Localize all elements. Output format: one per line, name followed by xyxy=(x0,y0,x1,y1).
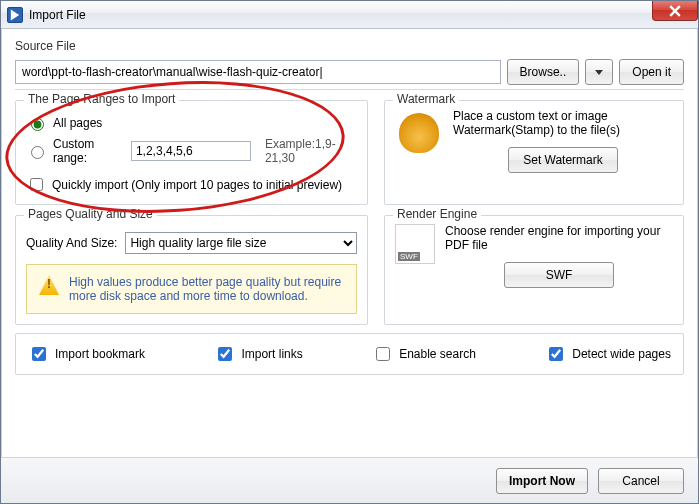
quality-info-text: High values produce better page quality … xyxy=(69,275,344,303)
custom-range-radio[interactable] xyxy=(31,146,44,159)
quality-panel: Pages Quality and Size Quality And Size:… xyxy=(15,215,368,325)
set-watermark-button[interactable]: Set Watermark xyxy=(508,147,618,173)
import-bookmark-option[interactable]: Import bookmark xyxy=(28,344,145,364)
open-it-button[interactable]: Open it xyxy=(619,59,684,85)
quality-title: Pages Quality and Size xyxy=(24,207,157,221)
browse-button[interactable]: Browse.. xyxy=(507,59,580,85)
titlebar: Import File xyxy=(1,1,698,29)
import-file-dialog: Import File Source File Browse.. Open it… xyxy=(0,0,699,504)
watermark-panel: Watermark Place a custom text or image W… xyxy=(384,100,684,205)
watermark-title: Watermark xyxy=(393,92,459,106)
enable-search-checkbox[interactable] xyxy=(376,347,390,361)
dialog-footer: Import Now Cancel xyxy=(1,457,698,503)
detect-wide-option[interactable]: Detect wide pages xyxy=(545,344,671,364)
divider xyxy=(15,89,684,90)
detect-wide-checkbox[interactable] xyxy=(549,347,563,361)
quick-import-label: Quickly import (Only import 10 pages to … xyxy=(52,178,342,192)
all-pages-label: All pages xyxy=(53,116,102,130)
mid-grid: The Page Ranges to Import All pages Cust… xyxy=(15,100,684,325)
window-title: Import File xyxy=(29,8,86,22)
watermark-desc: Place a custom text or image Watermark(S… xyxy=(453,109,673,137)
cancel-button[interactable]: Cancel xyxy=(598,468,684,494)
render-engine-button[interactable]: SWF xyxy=(504,262,614,288)
render-engine-panel: Render Engine SWF Choose render engine f… xyxy=(384,215,684,325)
render-engine-title: Render Engine xyxy=(393,207,481,221)
app-icon xyxy=(7,7,23,23)
dialog-content: Source File Browse.. Open it The Page Ra… xyxy=(1,29,698,457)
source-file-label: Source File xyxy=(15,39,684,53)
source-file-section: Source File Browse.. Open it xyxy=(15,39,684,85)
quality-select[interactable]: High quality large file size xyxy=(125,232,357,254)
import-links-checkbox[interactable] xyxy=(218,347,232,361)
custom-range-example: Example:1,9-21,30 xyxy=(265,137,357,165)
import-bookmark-checkbox[interactable] xyxy=(32,347,46,361)
import-now-button[interactable]: Import Now xyxy=(496,468,588,494)
browse-dropdown-button[interactable] xyxy=(585,59,613,85)
import-links-option[interactable]: Import links xyxy=(214,344,302,364)
quality-info: High values produce better page quality … xyxy=(26,264,357,314)
close-icon xyxy=(669,5,681,17)
page-ranges-title: The Page Ranges to Import xyxy=(24,92,179,106)
svg-marker-0 xyxy=(11,9,19,20)
all-pages-radio[interactable] xyxy=(31,118,44,131)
quick-import-checkbox[interactable] xyxy=(30,178,43,191)
chevron-down-icon xyxy=(595,70,603,75)
custom-range-input[interactable] xyxy=(131,141,251,161)
swf-file-icon: SWF xyxy=(395,224,435,264)
render-desc: Choose render engine for importing your … xyxy=(445,224,673,252)
custom-range-label: Custom range: xyxy=(53,137,125,165)
bottom-options: Import bookmark Import links Enable sear… xyxy=(15,333,684,375)
enable-search-option[interactable]: Enable search xyxy=(372,344,476,364)
watermark-icon xyxy=(395,109,443,157)
page-ranges-panel: The Page Ranges to Import All pages Cust… xyxy=(15,100,368,205)
close-button[interactable] xyxy=(652,1,698,21)
footprint-icon xyxy=(399,113,439,153)
quality-label: Quality And Size: xyxy=(26,236,117,250)
warning-icon xyxy=(39,275,59,295)
source-path-input[interactable] xyxy=(15,60,501,84)
